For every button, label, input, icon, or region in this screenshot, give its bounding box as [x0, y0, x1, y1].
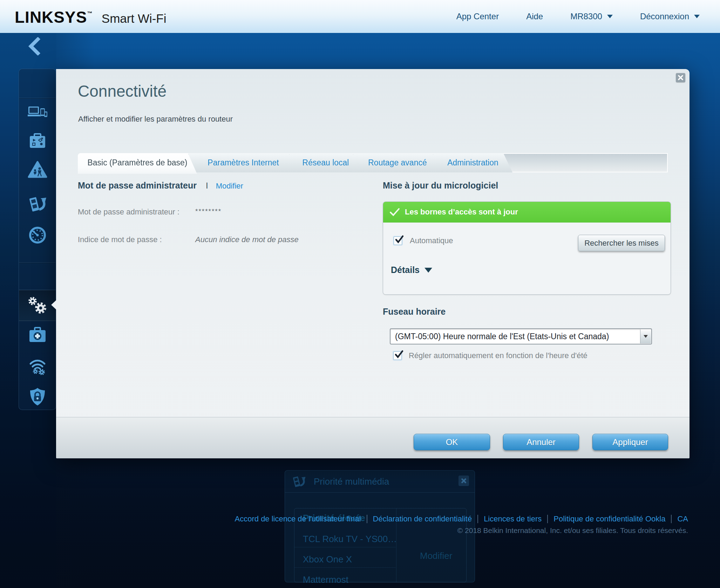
footer-link-ca[interactable]: CA [677, 514, 688, 524]
firmware-update-box: Les bornes d’accès sont à jour Automatiq… [383, 201, 671, 295]
media-prioritization-icon [292, 475, 306, 488]
chevron-down-icon [607, 15, 613, 18]
logo-brand-text: LINKSYS [15, 8, 87, 26]
sidebar-item-media-library[interactable] [28, 133, 47, 151]
checkmark-icon [394, 350, 404, 360]
chevron-down-icon [424, 268, 432, 273]
security-shield-icon [29, 387, 46, 406]
divider [367, 515, 367, 523]
dst-label: Régler automatiquement en fonction de l'… [409, 351, 587, 360]
sidebar-item-troubleshooting[interactable] [28, 327, 47, 344]
footer-link-ookla[interactable]: Politique de confidentialité Ookla [553, 514, 665, 524]
nav-app-center[interactable]: App Center [456, 12, 499, 21]
nav-router-menu[interactable]: MR8300 [570, 12, 613, 21]
checkmark-icon [394, 235, 404, 245]
tab-local-network[interactable]: Réseau local [290, 153, 362, 172]
background-device-item: Mattermost [303, 574, 348, 585]
sidebar-item-wireless[interactable] [28, 357, 47, 376]
parental-controls-icon [28, 161, 47, 178]
sidebar-item-speed-test[interactable] [28, 226, 47, 246]
password-hint-label: Indice de mot de passe : [78, 235, 162, 244]
admin-password-section-header: Mot de passe administrateur I Modifier [78, 180, 243, 191]
modal-tab-bar: Basic (Paramètres de base) Paramètres In… [78, 153, 668, 174]
heading-divider: I [206, 181, 208, 191]
background-edit-link: Modifier [420, 551, 452, 561]
sidebar-item-media-prioritization[interactable] [28, 196, 47, 214]
firmware-status-banner: Les bornes d’accès sont à jour [383, 202, 671, 223]
details-label: Détails [391, 265, 420, 275]
selected-item-pointer [51, 300, 57, 310]
sidebar-item-devices[interactable] [28, 104, 47, 122]
settings-gears-icon [25, 295, 50, 316]
footer-link-licenses[interactable]: Licences de tiers [484, 514, 542, 524]
tab-administration[interactable]: Administration [433, 153, 512, 172]
trademark-symbol: ™ [87, 10, 92, 16]
divider [671, 515, 672, 523]
sidebar-navigation [19, 69, 56, 410]
sidebar-collapse-button[interactable] [27, 37, 41, 57]
masked-password: ******** [195, 207, 222, 215]
apply-button[interactable]: Appliquer [592, 434, 668, 450]
sidebar-divider [19, 262, 56, 263]
nav-aide[interactable]: Aide [526, 12, 543, 21]
ok-button[interactable]: OK [414, 434, 490, 450]
sidebar-item-security[interactable] [29, 387, 46, 408]
modal-title: Connectivité [78, 82, 167, 101]
sidebar-item-parental-controls[interactable] [28, 161, 47, 180]
check-updates-button[interactable]: Rechercher les mises [578, 235, 665, 251]
nav-logout-menu[interactable]: Déconnexion [640, 12, 700, 21]
dst-row: Régler automatiquement en fonction de l'… [393, 351, 587, 360]
logo-product-text: Smart Wi-Fi [102, 12, 167, 25]
timezone-select[interactable]: (GMT-05:00) Heure normale de l'Est (Etat… [390, 328, 652, 344]
first-aid-icon [28, 327, 47, 343]
admin-password-value: ******** [195, 207, 222, 217]
modal-footer: OK Annuler Appliquer [56, 417, 690, 458]
dst-checkbox[interactable] [393, 351, 402, 360]
devices-icon [28, 104, 47, 121]
chevron-left-icon [27, 37, 41, 55]
admin-password-heading: Mot de passe administrateur [78, 180, 197, 191]
firmware-auto-row: Automatique [394, 236, 453, 245]
modal-close-button[interactable] [676, 73, 685, 82]
nav-aide-label: Aide [526, 12, 543, 21]
page-footer: Accord de licence de l'utilisateur final… [235, 514, 688, 535]
automatic-label: Automatique [410, 236, 453, 245]
tab-internet-settings[interactable]: Paramètres Internet [189, 153, 298, 172]
top-header-bar: LINKSYS™ Smart Wi-Fi App Center Aide MR8… [0, 0, 720, 33]
details-expander[interactable]: Détails [391, 265, 432, 275]
edit-password-link[interactable]: Modifier [216, 182, 243, 191]
router-admin-screen: LINKSYS™ Smart Wi-Fi App Center Aide MR8… [0, 0, 720, 588]
timezone-section-heading: Fuseau horaire [383, 307, 446, 317]
cancel-button[interactable]: Annuler [503, 434, 579, 450]
media-library-icon [28, 133, 47, 149]
select-dropdown-button[interactable] [640, 329, 651, 343]
modal-subtitle: Afficher et modifier les paramètres du r… [78, 115, 233, 124]
footer-link-eula[interactable]: Accord de licence de l'utilisateur final [235, 514, 361, 524]
background-dialog-header: Priorité multimédia [285, 471, 475, 493]
background-device-item: TCL Roku TV - YS00… [303, 534, 397, 545]
automatic-update-checkbox[interactable] [394, 237, 402, 245]
background-dialog-title: Priorité multimédia [314, 476, 389, 487]
divider [477, 515, 478, 523]
tab-basic[interactable]: Basic (Paramètres de base) [78, 153, 197, 174]
connectivity-modal: Connectivité Afficher et modifier les pa… [56, 69, 690, 458]
firmware-section-heading: Mise à jour du micrologiciel [383, 180, 498, 191]
divider [294, 567, 396, 568]
media-prioritization-icon [28, 196, 47, 212]
divider [547, 515, 548, 523]
copyright-text: © 2018 Belkin International, Inc. et/ou … [235, 526, 688, 535]
timezone-selected-value: (GMT-05:00) Heure normale de l'Est (Etat… [395, 329, 609, 344]
admin-password-label: Mot de passe administrateur : [78, 207, 179, 217]
password-hint-value: Aucun indice de mot de passe [195, 235, 299, 244]
checkmark-icon [389, 207, 400, 217]
sidebar-item-connectivity-selected[interactable] [19, 290, 56, 321]
sidebar-divider [19, 98, 56, 98]
footer-links: Accord de licence de l'utilisateur final… [235, 514, 688, 524]
footer-link-privacy[interactable]: Déclaration de confidentialité [373, 514, 472, 524]
background-dialog-close [459, 476, 469, 486]
wireless-settings-icon [28, 357, 47, 375]
tab-advanced-routing[interactable]: Routage avancé [353, 153, 442, 172]
nav-router-label: MR8300 [570, 12, 602, 21]
nav-app-center-label: App Center [456, 12, 499, 21]
divider [294, 547, 396, 547]
